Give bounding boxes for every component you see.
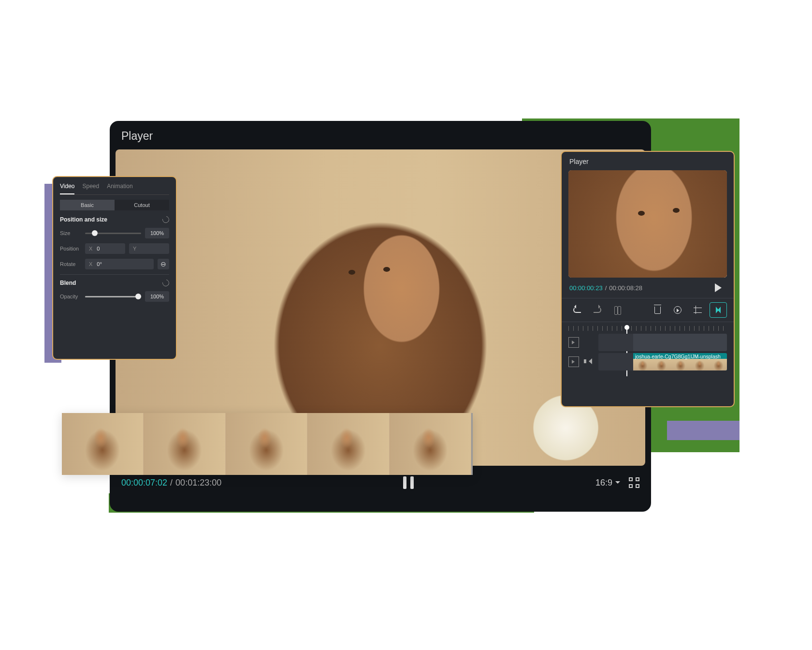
- empty-clip-region: [633, 334, 727, 351]
- timeline-ruler[interactable]: [568, 326, 727, 331]
- play-button[interactable]: [715, 283, 726, 292]
- timecode-current: 00:00:00:23: [569, 284, 603, 292]
- volume-icon[interactable]: [584, 357, 594, 367]
- timecode-separator: /: [170, 478, 173, 488]
- split-button[interactable]: [609, 302, 626, 318]
- opacity-slider[interactable]: [85, 296, 141, 297]
- aspect-ratio-value: 16:9: [595, 478, 612, 488]
- rotate-label: Rotate: [60, 261, 81, 267]
- section-position-size: Position and size: [60, 216, 107, 223]
- filmstrip[interactable]: [62, 413, 473, 475]
- aspect-ratio-selector[interactable]: 16:9: [595, 478, 620, 488]
- rotate-input[interactable]: X 0°: [85, 259, 154, 269]
- pause-button[interactable]: [403, 476, 414, 489]
- timecode-separator: /: [605, 284, 607, 292]
- timecode-total: 00:01:23:00: [175, 478, 221, 488]
- size-slider[interactable]: [85, 233, 141, 234]
- position-label: Position: [60, 246, 81, 251]
- properties-tabs: Video Speed Animation: [60, 183, 169, 195]
- chevron-down-icon: [615, 481, 620, 486]
- clip-thumbnail: [690, 359, 709, 370]
- tab-animation[interactable]: Animation: [107, 183, 132, 194]
- small-player-title: Player: [562, 152, 734, 170]
- redo-button[interactable]: [589, 302, 606, 318]
- filmstrip-frame: [307, 413, 389, 475]
- playhead[interactable]: [624, 325, 629, 330]
- subtab-basic[interactable]: Basic: [60, 200, 115, 210]
- filmstrip-frame: [226, 413, 307, 475]
- clip-thumbnail: [633, 359, 652, 370]
- fullscreen-button[interactable]: [629, 477, 639, 488]
- divider: [60, 274, 169, 275]
- filmstrip-frame: [390, 413, 471, 475]
- flip-button[interactable]: [710, 302, 727, 318]
- subtab-cutout[interactable]: Cutout: [115, 200, 169, 210]
- crop-button[interactable]: [689, 302, 707, 318]
- clip-thumbnail: [709, 359, 727, 370]
- tab-speed[interactable]: Speed: [82, 183, 99, 194]
- section-blend: Blend: [60, 280, 76, 286]
- clip-filename: joshua-earle-Cg7G8Gg1IJM-unsplash: [635, 354, 727, 359]
- timecode-current: 00:00:07:02: [121, 478, 167, 488]
- position-y-input[interactable]: Y: [129, 243, 169, 254]
- track-toggle-icon[interactable]: [568, 337, 579, 348]
- reset-icon[interactable]: [161, 215, 170, 224]
- timeline-track[interactable]: joshua-earle-Cg7G8Gg1IJM-unsplash: [598, 353, 727, 370]
- timecode-total: 00:00:08:28: [609, 284, 642, 292]
- small-player-toolbar: [562, 298, 734, 322]
- small-player-timebar: 00:00:00:23 / 00:00:08:28: [562, 278, 734, 298]
- delete-button[interactable]: [649, 302, 666, 318]
- slider-thumb[interactable]: [92, 230, 98, 236]
- tab-video[interactable]: Video: [60, 183, 74, 194]
- video-frame-image: [568, 170, 727, 278]
- small-player-timeline: joshua-earle-Cg7G8Gg1IJM-unsplash: [562, 322, 734, 379]
- timeline-track[interactable]: [598, 334, 727, 351]
- decoration-purple: [667, 421, 740, 440]
- rotate-link-button[interactable]: ⊖: [158, 259, 169, 269]
- opacity-label: Opacity: [60, 294, 81, 299]
- properties-subtabs: Basic Cutout: [60, 200, 169, 210]
- reset-icon[interactable]: [161, 278, 170, 287]
- track-toggle-icon[interactable]: [568, 356, 579, 367]
- position-x-input[interactable]: X 0: [85, 243, 125, 254]
- clip-thumbnail: [671, 359, 690, 370]
- small-player-panel: Player 00:00:00:23 / 00:00:08:28: [561, 151, 735, 407]
- size-value[interactable]: 100%: [145, 228, 169, 238]
- filmstrip-frame: [144, 413, 225, 475]
- size-label: Size: [60, 230, 81, 236]
- undo-button[interactable]: [568, 302, 586, 318]
- main-player-title: Player: [110, 121, 651, 149]
- opacity-value[interactable]: 100%: [145, 291, 169, 302]
- clip-thumbnail: [652, 359, 671, 370]
- small-player-canvas[interactable]: [568, 170, 727, 278]
- filmstrip-frame: [62, 413, 144, 475]
- preview-button[interactable]: [669, 302, 686, 318]
- timeline-clip[interactable]: joshua-earle-Cg7G8Gg1IJM-unsplash: [633, 353, 727, 370]
- slider-thumb[interactable]: [135, 294, 141, 299]
- properties-panel: Video Speed Animation Basic Cutout Posit…: [52, 176, 177, 360]
